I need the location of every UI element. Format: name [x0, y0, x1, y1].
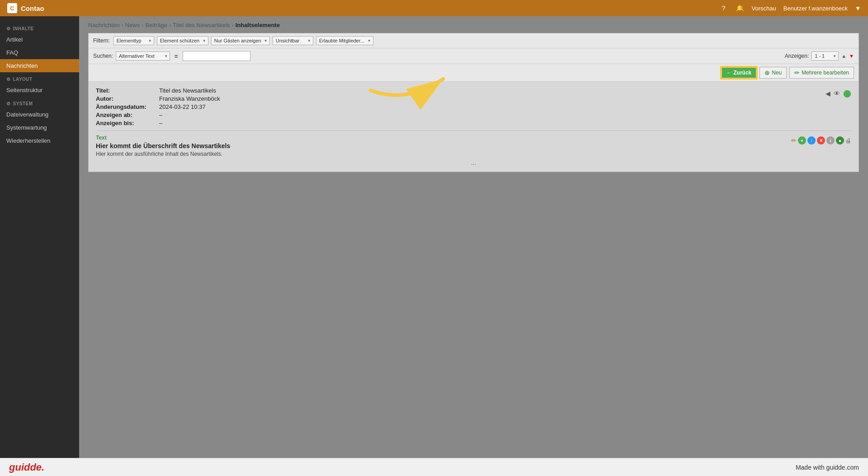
guidde-logo: guidde. — [9, 462, 44, 473]
breadcrumb: Nachrichten › News › Beiträge › Titel de… — [88, 22, 859, 28]
breadcrumb-current: Inhaltselemente — [236, 22, 280, 28]
breadcrumb-sep2: › — [142, 22, 143, 28]
system-icon: ⚙ — [6, 101, 11, 106]
element-schuetzen-wrapper: Element schützen — [157, 36, 208, 45]
main-content: Nachrichten › News › Beiträge › Titel de… — [79, 16, 868, 460]
author-row: Autor: Franziska Wanzenböck — [96, 95, 220, 102]
preview-link[interactable]: Vorschau — [752, 5, 776, 12]
prev-icon[interactable]: ◀ — [826, 90, 830, 97]
sidebar-item-artikel[interactable]: Artikel — [0, 33, 79, 46]
elementtyp-wrapper: Elementtyp — [113, 36, 154, 45]
search-field-wrapper: Alternativer Text — [116, 51, 170, 61]
delete-icon[interactable]: ✕ — [817, 136, 825, 145]
author-key: Autor: — [96, 95, 159, 102]
erlaubte-wrapper: Erlaubte Mitglieder... — [316, 36, 373, 45]
contao-logo: C — [7, 3, 17, 13]
user-menu[interactable]: Benutzer f.wanzenboeck — [783, 5, 848, 12]
content-item-text: Hier kommt der ausführliche Inhalt des N… — [96, 151, 230, 157]
bottom-bar: guidde. Made with guidde.com — [0, 458, 868, 476]
topbar: C Contao ? 🔔 Vorschau Benutzer f.wanzenb… — [0, 0, 868, 16]
bell-icon[interactable]: 🔔 — [736, 4, 745, 13]
show-to-val: – — [159, 120, 162, 126]
content-item-row: Text Hier kommt die Überschrift des News… — [96, 131, 851, 157]
breadcrumb-nachrichten[interactable]: Nachrichten — [88, 22, 119, 28]
action-bar: ← Zurück ⊕ Neu ✏ Mehrere bearbeiten — [89, 64, 859, 82]
info-icon[interactable]: i — [826, 136, 835, 145]
sidebar-item-systemwartung[interactable]: Systemwartung — [0, 121, 79, 134]
search-bar: Suchen: Alternativer Text = Anzeigen: 1 … — [89, 48, 859, 64]
search-label: Suchen: — [93, 53, 113, 59]
help-icon[interactable]: ? — [719, 4, 728, 13]
filter-label: Filtern: — [93, 37, 110, 44]
add-icon[interactable]: + — [798, 136, 806, 145]
layout-icon: ⚙ — [6, 77, 11, 82]
content-item-title: Hier kommt die Überschrift des Newsartik… — [96, 142, 230, 149]
sidebar-item-faq[interactable]: FAQ — [0, 46, 79, 59]
element-schuetzen-select[interactable]: Element schützen — [157, 36, 208, 45]
date-val: 2024-03-22 10:37 — [159, 103, 206, 110]
search-input[interactable] — [183, 51, 250, 61]
content-item-icons: ✏ + ↕ ✕ i ● 🖨 — [791, 136, 851, 145]
show-from-row: Anzeigen ab: – — [96, 112, 220, 118]
edit-pencil-icon[interactable]: ✏ — [791, 137, 797, 144]
breadcrumb-news[interactable]: News — [125, 22, 140, 28]
visible-icon[interactable]: ● — [836, 136, 844, 145]
back-button[interactable]: ← Zurück — [721, 67, 757, 79]
sidebar-item-seitenstruktur[interactable]: Seitenstruktur — [0, 84, 79, 97]
breadcrumb-artikel[interactable]: Titel des Newsartikels — [173, 22, 230, 28]
title-key: Titel: — [96, 87, 159, 94]
multi-edit-icon: ✏ — [794, 69, 800, 76]
title-val: Titel des Newsartikels — [159, 87, 216, 94]
erlaubte-select[interactable]: Erlaubte Mitglieder... — [316, 36, 373, 45]
content-box: Filtern: Elementtyp Element schützen Nur… — [88, 33, 859, 172]
guidde-tagline: Made with guidde.com — [796, 464, 859, 471]
breadcrumb-sep1: › — [121, 22, 123, 28]
show-to-key: Anzeigen bis: — [96, 120, 159, 126]
date-key: Änderungsdatum: — [96, 103, 159, 110]
topbar-brand: C Contao — [7, 3, 44, 13]
nur-gaesten-wrapper: Nur Gästen anzeigen — [211, 36, 270, 45]
sidebar-section-layout: ⚙ LAYOUT — [0, 72, 79, 84]
breadcrumb-sep3: › — [169, 22, 171, 28]
user-dropdown-icon[interactable]: ▼ — [855, 5, 861, 12]
anzeigen-wrapper: 1 - 1 — [811, 51, 839, 61]
app-name: Contao — [21, 5, 44, 12]
multi-edit-button[interactable]: ✏ Mehrere bearbeiten — [789, 67, 854, 79]
sidebar-item-wiederherstellen[interactable]: Wiederherstellen — [0, 134, 79, 147]
sidebar-section-system: ⚙ SYSTEM — [0, 97, 79, 108]
edit-icon-top[interactable]: ⬤ — [843, 89, 851, 98]
print-icon[interactable]: 🖨 — [845, 137, 851, 144]
inhalte-icon: ⚙ — [6, 26, 11, 31]
breadcrumb-beitraege[interactable]: Beiträge — [146, 22, 167, 28]
elementtyp-select[interactable]: Elementtyp — [113, 36, 154, 45]
date-row: Änderungsdatum: 2024-03-22 10:37 — [96, 103, 220, 110]
sidebar-item-nachrichten[interactable]: Nachrichten — [0, 59, 79, 72]
article-meta: Titel: Titel des Newsartikels Autor: Fra… — [96, 87, 220, 128]
sidebar: ⚙ INHALTE Artikel FAQ Nachrichten ⚙ LAYO… — [0, 16, 79, 476]
nur-gaesten-select[interactable]: Nur Gästen anzeigen — [211, 36, 270, 45]
unsichtbar-select[interactable]: Unsichtbar — [273, 36, 313, 45]
show-from-key: Anzeigen ab: — [96, 112, 159, 118]
view-icon[interactable]: 👁 — [834, 90, 840, 97]
breadcrumb-sep4: › — [231, 22, 233, 28]
content-type-label: Text — [96, 135, 230, 141]
sidebar-item-dateiverwaltung[interactable]: Dateiverwaltung — [0, 108, 79, 121]
search-field-select[interactable]: Alternativer Text — [116, 51, 170, 61]
sidebar-section-inhalte: ⚙ INHALTE — [0, 22, 79, 33]
new-button[interactable]: ⊕ Neu — [760, 67, 787, 79]
content-item-body: Text Hier kommt die Überschrift des News… — [96, 135, 230, 157]
sort-icon-up[interactable]: ▲ — [841, 53, 846, 59]
show-from-val: – — [159, 112, 162, 118]
sort-icon-down[interactable]: ▼ — [849, 53, 854, 59]
ellipsis: ... — [96, 159, 851, 166]
anzeigen-select[interactable]: 1 - 1 — [811, 51, 839, 61]
new-icon: ⊕ — [764, 69, 770, 76]
filter-bar: Filtern: Elementtyp Element schützen Nur… — [89, 33, 859, 48]
anzeigen-label: Anzeigen: — [785, 53, 809, 59]
article-nav-icons: ◀ 👁 ⬤ — [826, 89, 851, 98]
title-row: Titel: Titel des Newsartikels — [96, 87, 220, 94]
layout: ⚙ INHALTE Artikel FAQ Nachrichten ⚙ LAYO… — [0, 0, 868, 460]
move-icon[interactable]: ↕ — [807, 136, 816, 145]
eq-sign: = — [173, 53, 180, 60]
show-to-row: Anzeigen bis: – — [96, 120, 220, 126]
